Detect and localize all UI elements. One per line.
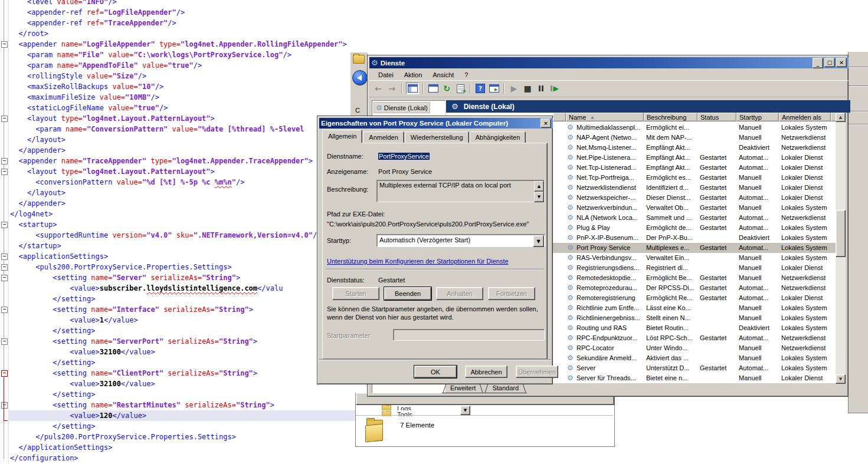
chevron-up-icon[interactable]: ▲ [534,181,544,192]
close-icon[interactable]: × [541,119,551,128]
tab-allgemein[interactable]: Allgemein [322,130,362,143]
xml-editor[interactable]: <level value="INFO"/> <appender-ref ref=… [0,0,366,464]
table-row[interactable]: ⚙Sekundäre Anmeld...Aktiviert das ...Man… [553,353,836,363]
table-row[interactable]: ⚙Remoteprozedurau...Der RPCSS-Di...Gesta… [553,283,836,293]
table-row[interactable]: ⚙Net.Tcp-Listenerad...Empfängt Akt...Ges… [553,163,836,173]
table-row[interactable]: ⚙RemoteregistrierungErmöglicht Re...Gest… [553,293,836,303]
table-row[interactable]: ⚙Remotedesktopdie...Ermöglicht Be...Gest… [553,273,836,283]
properties-icon[interactable] [427,83,439,94]
tab-erweitert[interactable]: Erweitert [442,384,484,393]
table-row[interactable]: ⚙Richtlinie zum Entfe...Lässt eine Ko...… [553,303,836,313]
fold-collapse-icon[interactable] [1,254,8,260]
code-line: </layout> [8,134,364,145]
menu-help[interactable]: ? [459,70,473,80]
table-row[interactable]: ⚙Netzwerkverbindun...Verwaltet Ob...Gest… [553,203,836,213]
list-item[interactable]: Logs [382,405,411,410]
fold-collapse-icon[interactable] [1,275,8,281]
service-name: ⚙Net.Msmq-Listener... [566,143,644,153]
divider [849,124,868,124]
back-button[interactable] [352,70,368,85]
table-row[interactable]: ⚙Richtlinienergebniss...Stellt einen N..… [553,313,836,323]
restart-service-icon[interactable]: ▶ [549,83,561,94]
fold-collapse-icon[interactable] [1,169,8,175]
table-row[interactable]: ⚙RPC-LocatorUnter Windo...ManuellNetzwer… [553,343,836,353]
close-icon[interactable]: × [836,58,847,67]
column-header-anmelden-als[interactable]: Anmelden als [779,113,831,121]
tab-abhängigkeiten[interactable]: Abhängigkeiten [470,131,526,143]
table-row[interactable]: ⚙Registrierungsdiens...Registriert di...… [553,263,836,273]
starttyp-combobox[interactable]: Automatisch (Verzögerter Start) ▼ [376,234,545,247]
beenden-button[interactable]: Beenden [384,287,431,300]
table-row[interactable]: ⚙Routing und RASBietet Routin...Deaktivi… [553,323,836,333]
extended-view-icon[interactable]: ▶ [488,83,500,94]
column-header-name[interactable]: Name▲ [566,113,644,121]
refresh-icon[interactable]: ↻ [441,83,453,94]
service-name: ⚙Richtlinienergebniss... [566,313,644,323]
fold-collapse-icon[interactable] [1,402,8,409]
menu-aktion[interactable]: Aktion [399,70,428,80]
show-console-tree-icon[interactable] [406,83,419,94]
column-header-starttyp[interactable]: Starttyp [736,113,779,121]
table-row[interactable]: ⚙Net.Msmq-Listener...Empfängt Akt...Deak… [553,143,836,153]
table-row[interactable]: ⚙Netzwerkspeicher-...Dieser Dienst...Ges… [553,193,836,203]
menu-ansicht[interactable]: Ansicht [427,70,459,80]
ok-button[interactable]: OK [414,366,457,378]
dialog-titlebar[interactable]: Eigenschaften von Port Proxy Service (Lo… [319,118,553,129]
scroll-up-button[interactable]: ▲ [836,113,846,122]
column-header-status[interactable]: Status [697,113,736,121]
service-status [697,133,736,143]
anhalten-button: Anhalten [436,287,483,300]
tab-anmelden[interactable]: Anmelden [363,131,404,143]
table-row[interactable]: ⚙NetzwerklistendienstIdentifiziert d...G… [553,183,836,193]
scroll-down-button[interactable]: ▼ [836,374,846,384]
fold-collapse-icon-active[interactable] [1,370,8,377]
fold-collapse-icon[interactable] [1,41,8,48]
maximize-icon[interactable]: □ [824,58,835,67]
screenshot-root: <level value="INFO"/> <appender-ref ref=… [0,0,868,464]
service-name: ⚙Multimediaklassenpl... [566,123,644,133]
table-row[interactable]: ⚙ServerUnterstützt D...GestartetAutomat.… [553,363,836,373]
back-icon[interactable]: ← [372,83,384,94]
service-status: Gestartet [697,363,736,373]
beschreibung-text: Multiplexes external TCP/IP data on loca… [379,182,511,189]
table-row[interactable]: ⚙Net.Pipe-Listenera...Empfängt Akt...Ges… [553,153,836,163]
window-titlebar[interactable]: ⚙ Dienste _□× [369,57,849,68]
tab-standard[interactable]: Standard [484,384,527,393]
abbrechen-button[interactable]: Abbrechen [465,366,507,378]
fold-collapse-icon[interactable] [1,116,8,122]
fold-collapse-icon[interactable] [1,338,8,345]
vertical-scrollbar[interactable]: ▲ ▼ [836,113,846,384]
startparameter-input[interactable] [393,329,545,341]
chevron-down-icon[interactable]: ▼ [533,235,544,247]
minimize-icon[interactable]: _ [813,58,823,68]
table-row[interactable]: ⚙RPC-Endpunktzuor...Löst RPC-Sch...Gesta… [553,333,836,343]
table-row[interactable]: ⚙Server für Threads...Bietet eine n...Ma… [553,373,836,383]
service-starttype: Automat... [736,293,779,303]
chevron-down-icon[interactable]: ▼ [534,192,544,202]
tree-item-dienste-lokal[interactable]: ⚙ Dienste (Lokal) [374,102,430,113]
pause-service-icon[interactable] [535,83,547,94]
fold-collapse-icon[interactable] [1,264,8,271]
dropdown-button[interactable]: ▼ [460,406,470,415]
table-row[interactable]: ⚙Plug & PlayErmöglicht de...GestartetAut… [553,223,836,233]
startoptions-help-link[interactable]: Unterstützung beim Konfigurieren der Sta… [327,258,509,265]
table-row[interactable]: ⚙Multimediaklassenpl...Ermöglicht ei...M… [553,123,836,133]
fold-collapse-icon[interactable] [1,222,8,228]
table-row[interactable]: ⚙NLA (Network Loca...Sammelt und ...Gest… [553,213,836,223]
scrollbar-thumb[interactable] [836,210,846,257]
fold-collapse-icon[interactable] [1,158,8,164]
start-service-icon[interactable]: ▶ [508,83,520,94]
table-row[interactable]: ⚙PnP-X-IP-Busenum...Der PnP-X-Bu...Deakt… [553,233,836,243]
tab-wiederherstellung[interactable]: Wiederherstellung [405,131,469,143]
table-row[interactable]: ⚙Net.Tcp-Portfreiga...Ermöglicht es...Ge… [553,173,836,183]
help-icon[interactable]: ? [474,83,486,94]
forward-icon[interactable]: → [386,83,398,94]
table-row[interactable]: ⚙NAP-Agent (Netwo...Mit dem NAP-...Manue… [553,133,836,143]
export-list-icon[interactable]: → [454,83,466,94]
stop-service-icon[interactable]: ■ [522,83,533,94]
fold-collapse-icon[interactable] [1,307,8,313]
column-header-beschreibung[interactable]: Beschreibung [644,113,697,121]
menu-datei[interactable]: Datei [373,70,399,80]
table-row[interactable]: ⚙RAS-Verbindungsv...Verwaltet Ein...Manu… [553,253,836,263]
table-row[interactable]: ⚙Port Proxy ServiceMultiplexes e...Gesta… [553,243,836,253]
